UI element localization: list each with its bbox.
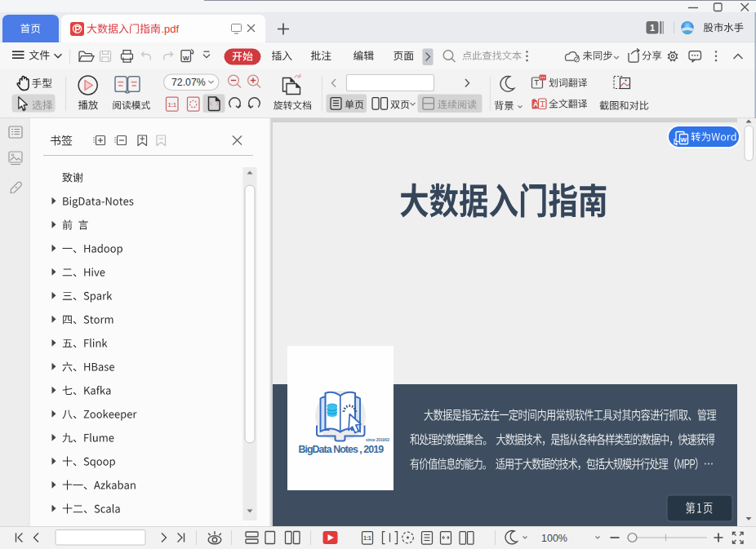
svg-text:1:1: 1:1: [363, 535, 371, 541]
svg-text:.pdf: .pdf: [162, 23, 180, 35]
svg-text:W: W: [681, 136, 687, 144]
svg-text:1:1: 1:1: [168, 102, 176, 108]
svg-text:1: 1: [650, 23, 655, 33]
svg-text:100%: 100%: [541, 533, 567, 544]
svg-text:since 2019/02: since 2019/02: [366, 438, 390, 442]
svg-text:72.07%: 72.07%: [171, 77, 206, 88]
svg-text:W: W: [183, 55, 189, 62]
svg-text:BigData Notes , 2019: BigData Notes , 2019: [299, 444, 385, 455]
svg-text:A: A: [533, 100, 538, 108]
